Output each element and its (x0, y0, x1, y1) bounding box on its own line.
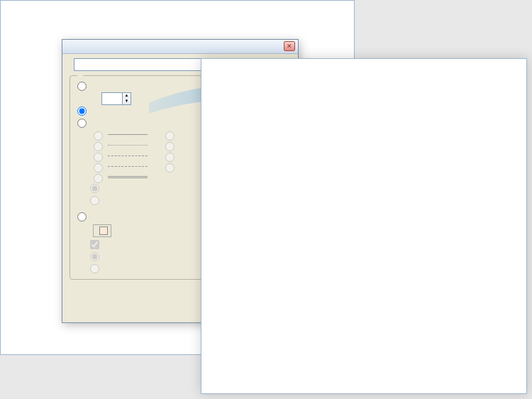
color-swatch-icon (99, 226, 108, 235)
radio-color-row (90, 264, 99, 273)
close-icon[interactable]: ✕ (284, 41, 295, 51)
radio-apply-row (90, 196, 99, 205)
chevron-down-icon[interactable]: ▼ (122, 99, 131, 104)
radio-style-1 (94, 131, 103, 141)
radio-style-2 (94, 142, 103, 151)
radio-thick-thick (165, 163, 174, 173)
radio-thick-medium (165, 153, 174, 162)
radio-border[interactable] (77, 119, 87, 128)
radio-style-3 (94, 153, 103, 162)
dialog-titlebar[interactable]: ✕ (62, 40, 298, 54)
chevron-up-icon[interactable]: ▲ (122, 93, 131, 99)
spreadsheet-front (201, 58, 527, 394)
radio-color-column (90, 252, 99, 261)
radio-page-break[interactable] (77, 106, 87, 116)
radio-style-5 (94, 174, 103, 183)
radio-style-4 (94, 163, 103, 173)
radio-apply-column (90, 184, 99, 193)
empty-rows-stepper[interactable]: ▲▼ (101, 92, 131, 105)
check-remove-existing (90, 240, 99, 249)
radio-thick-hairline (165, 131, 174, 141)
radio-alt-color[interactable] (77, 212, 87, 222)
radio-empty-rows[interactable] (77, 82, 87, 91)
cell-color-picker (93, 224, 111, 237)
radio-thick-thin (165, 142, 174, 151)
